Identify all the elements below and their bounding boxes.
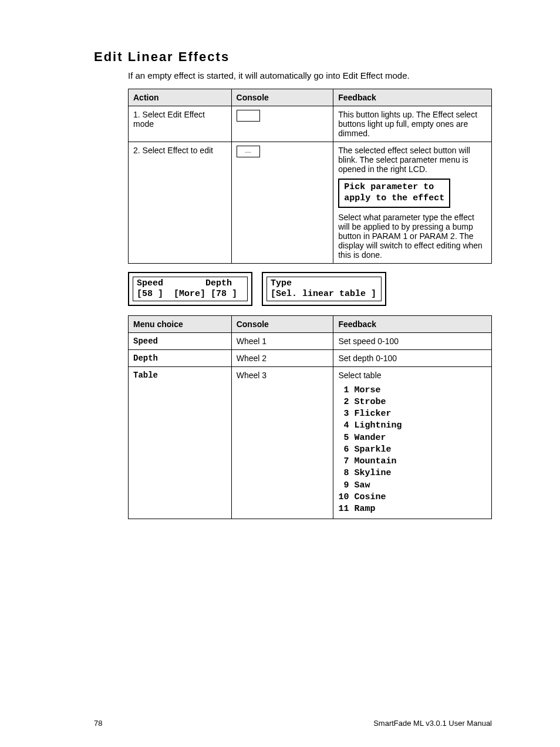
cell-action: 2. Select Effect to edit (129, 142, 232, 264)
table-row: Table Wheel 3 Select table 1 Morse 2 Str… (129, 366, 492, 519)
cell-console (231, 106, 333, 142)
lcd-row: Speed Depth [58 ] [More] [78 ] Type [Sel… (128, 272, 492, 306)
cell-console: Wheel 1 (231, 332, 333, 349)
feedback-text: The selected effect select button will b… (338, 146, 487, 174)
th-menu: Menu choice (129, 315, 232, 332)
menu-table: Menu choice Console Feedback Speed Wheel… (128, 315, 492, 520)
th-console: Console (231, 89, 333, 106)
table-row: 2. Select Effect to edit The selected ef… (129, 142, 492, 264)
lcd-right-text: Type [Sel. linear table ] (266, 277, 382, 301)
dots-button-icon (237, 146, 260, 157)
cell-menu: Depth (129, 349, 232, 366)
table-row: Speed Wheel 1 Set speed 0-100 (129, 332, 492, 349)
cell-feedback: This button lights up. The Effect select… (333, 106, 492, 142)
action-table: Action Console Feedback 1. Select Edit E… (128, 89, 492, 264)
cell-action: 1. Select Edit Effect mode (129, 106, 232, 142)
th-feedback: Feedback (333, 89, 492, 106)
th-console: Console (231, 315, 333, 332)
blank-button-icon (237, 110, 260, 122)
page-footer: 78 SmartFade ML v3.0.1 User Manual (94, 719, 492, 728)
doc-title: SmartFade ML v3.0.1 User Manual (373, 719, 492, 728)
page-number: 78 (94, 719, 102, 728)
lcd-left-text: Speed Depth [58 ] [More] [78 ] (133, 277, 248, 301)
th-action: Action (129, 89, 232, 106)
feedback-text: Select table (338, 371, 487, 380)
cell-console: Wheel 3 (231, 366, 333, 519)
cell-menu: Speed (129, 332, 232, 349)
cell-menu: Table (129, 366, 232, 519)
table-row: Depth Wheel 2 Set depth 0-100 (129, 349, 492, 366)
lcd-right-box: Type [Sel. linear table ] (262, 272, 386, 306)
table-options-list: 1 Morse 2 Strobe 3 Flicker 4 Lightning 5… (338, 385, 487, 516)
table-row: 1. Select Edit Effect mode This button l… (129, 106, 492, 142)
lcd-display: Pick parameter to apply to the effect (338, 179, 450, 208)
cell-feedback: Set depth 0-100 (333, 349, 492, 366)
cell-feedback: Select table 1 Morse 2 Strobe 3 Flicker … (333, 366, 492, 519)
th-feedback: Feedback (333, 315, 492, 332)
cell-console (231, 142, 333, 264)
section-heading: Edit Linear Effects (94, 49, 492, 65)
intro-text: If an empty effect is started, it will a… (128, 70, 492, 80)
lcd-left-box: Speed Depth [58 ] [More] [78 ] (128, 272, 252, 306)
cell-feedback: The selected effect select button will b… (333, 142, 492, 264)
feedback-text: Select what parameter type the effect wi… (338, 213, 487, 260)
cell-console: Wheel 2 (231, 349, 333, 366)
cell-feedback: Set speed 0-100 (333, 332, 492, 349)
